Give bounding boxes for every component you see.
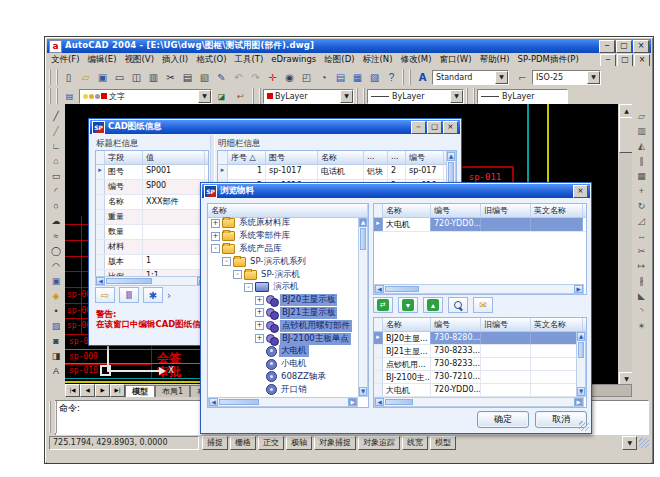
- tree-item[interactable]: -系统产品库: [211, 243, 358, 256]
- mirror-icon[interactable]: ◭: [634, 138, 649, 153]
- expand-icon[interactable]: +: [255, 296, 264, 305]
- menu-item[interactable]: 修改(M): [397, 54, 436, 66]
- stretch-icon[interactable]: ↔: [634, 228, 649, 243]
- erase-icon[interactable]: ▱: [634, 108, 649, 123]
- resize-grip[interactable]: [639, 438, 649, 448]
- multiline-text-icon[interactable]: A: [49, 363, 64, 378]
- match-properties-icon[interactable]: ✎: [213, 69, 230, 85]
- point-icon[interactable]: •: [49, 303, 64, 318]
- pan-icon[interactable]: ✛: [264, 69, 281, 85]
- paste-icon[interactable]: ▧: [196, 69, 213, 85]
- rotate-icon[interactable]: ↻: [634, 198, 649, 213]
- tree-item[interactable]: +BJ20主显示板: [211, 294, 358, 307]
- zoom-previous-icon[interactable]: ◔: [315, 69, 332, 85]
- status-toggle-捕捉[interactable]: 捕捉: [202, 436, 228, 450]
- scale-icon[interactable]: ◿: [634, 213, 649, 228]
- lineweight-combo[interactable]: ByLayer: [477, 89, 568, 104]
- zoom-realtime-icon[interactable]: ◉: [281, 69, 298, 85]
- help-icon[interactable]: ?: [383, 69, 400, 85]
- table-row[interactable]: 大电机720-YDD0...: [374, 384, 586, 397]
- table-row[interactable]: BJ21主显...730-8233...: [374, 345, 586, 358]
- table-row[interactable]: 数量: [96, 225, 208, 240]
- canvas-vertical-scrollbar[interactable]: ▲ ▼: [619, 104, 632, 384]
- ellipse-arc-icon[interactable]: ◠: [49, 258, 64, 273]
- close-icon[interactable]: ×: [573, 185, 588, 198]
- move-icon[interactable]: +: [634, 183, 649, 198]
- close-icon[interactable]: ×: [634, 54, 650, 67]
- tree-hscroll[interactable]: ◀ ▶: [208, 397, 358, 407]
- designcenter-icon[interactable]: ▦: [349, 69, 366, 85]
- layout-tab[interactable]: 模型: [125, 385, 155, 397]
- tree-item[interactable]: -SP-演示机: [211, 268, 358, 281]
- tree-item[interactable]: -SP-演示机系列: [211, 255, 358, 268]
- apply-icon[interactable]: ⇨: [95, 287, 115, 303]
- tree-item[interactable]: +大电机: [211, 345, 358, 358]
- tree-item[interactable]: +点钞机用螺钉部件: [211, 319, 358, 332]
- collapse-icon[interactable]: -: [244, 283, 253, 292]
- menu-item[interactable]: 标注(N): [359, 54, 397, 66]
- layer-previous-icon[interactable]: ↩: [231, 87, 250, 105]
- trim-icon[interactable]: ✂: [634, 243, 649, 258]
- plot-icon[interactable]: ▭: [111, 69, 128, 85]
- menu-item[interactable]: 文件(F): [47, 54, 84, 66]
- dim-style-icon[interactable]: ⌐: [513, 68, 532, 86]
- column-header[interactable]: 字段: [105, 151, 143, 164]
- tree-header[interactable]: 名称: [208, 204, 368, 217]
- field-table-hscroll[interactable]: ◀ ▶: [95, 276, 207, 286]
- tree-vscroll[interactable]: ▲ ▼: [358, 217, 368, 397]
- collapse-icon[interactable]: -: [222, 257, 231, 266]
- tree-item[interactable]: +开口销: [211, 383, 358, 396]
- new-file-icon[interactable]: ▯: [60, 69, 77, 85]
- toolbar-overflow-icon[interactable]: ›: [167, 290, 171, 301]
- chevron-down-icon[interactable]: ▼: [587, 71, 600, 84]
- layout-tab[interactable]: 布局1: [155, 385, 190, 397]
- column-header[interactable]: 编号: [406, 151, 444, 164]
- upload-icon[interactable]: ▲: [423, 297, 443, 313]
- collapse-icon[interactable]: -: [233, 270, 242, 279]
- table-row[interactable]: ▸1sp-1017电话机铝块2sp-017: [218, 165, 456, 180]
- minimize-icon[interactable]: ‒: [600, 54, 616, 67]
- sync-icon[interactable]: ⇄: [373, 297, 393, 313]
- download-icon[interactable]: ▼: [398, 297, 418, 313]
- toolbar-grip[interactable]: [466, 88, 475, 104]
- explode-icon[interactable]: ✶: [634, 318, 649, 333]
- cut-icon[interactable]: ✂: [162, 69, 179, 85]
- status-toggle-正交[interactable]: 正交: [258, 436, 284, 450]
- export-icon[interactable]: ✉: [473, 297, 493, 313]
- table-row[interactable]: 点钞机用...730-8233...: [374, 358, 586, 371]
- expand-icon[interactable]: +: [211, 219, 220, 228]
- search-icon[interactable]: [448, 297, 468, 313]
- tree-item[interactable]: +608ZZ轴承: [211, 371, 358, 384]
- insert-block-icon[interactable]: ▣: [49, 273, 64, 288]
- menu-item[interactable]: SP-PDM插件(P): [514, 54, 583, 66]
- menu-item[interactable]: eDrawings: [267, 54, 320, 66]
- properties-icon[interactable]: ▤: [332, 69, 349, 85]
- window-titlebar[interactable]: a AutoCAD 2004 - [E:\UG\dwg\图框\测试用图(部件).…: [47, 39, 651, 53]
- hatch-icon[interactable]: ▨: [49, 318, 64, 333]
- column-header[interactable]: 英文名称: [531, 204, 583, 217]
- maximize-icon[interactable]: ▢: [617, 54, 633, 67]
- table-row[interactable]: 版本1: [96, 255, 208, 270]
- expand-icon[interactable]: +: [255, 321, 264, 330]
- chevron-down-icon[interactable]: ▼: [198, 90, 211, 103]
- column-header[interactable]: 序号 △: [228, 151, 266, 164]
- arc-icon[interactable]: ◜: [49, 183, 64, 198]
- column-header[interactable]: 名称: [383, 204, 431, 217]
- expand-icon[interactable]: +: [211, 232, 220, 241]
- table-row[interactable]: 名称XXX部件: [96, 195, 208, 210]
- tab-last-icon[interactable]: ▶|: [110, 384, 125, 397]
- toolbar-grip[interactable]: [49, 69, 58, 85]
- break-icon[interactable]: ∦: [634, 273, 649, 288]
- collapse-icon[interactable]: -: [211, 244, 220, 253]
- image-icon[interactable]: ◨: [49, 348, 64, 363]
- ok-button[interactable]: 确定: [477, 411, 529, 428]
- tab-prev-icon[interactable]: ◀: [80, 384, 95, 397]
- spline-icon[interactable]: ≈: [49, 228, 64, 243]
- copy-object-icon[interactable]: ▥: [634, 123, 649, 138]
- browse-dialog-titlebar[interactable]: SP 浏览物料 ×: [202, 184, 590, 198]
- status-toggle-模型[interactable]: 模型: [430, 436, 456, 450]
- table-row[interactable]: 编号SP00: [96, 180, 208, 195]
- chevron-down-icon[interactable]: ▼: [495, 71, 508, 84]
- column-header[interactable]: ...: [364, 151, 388, 164]
- command-window-grip[interactable]: [49, 401, 57, 433]
